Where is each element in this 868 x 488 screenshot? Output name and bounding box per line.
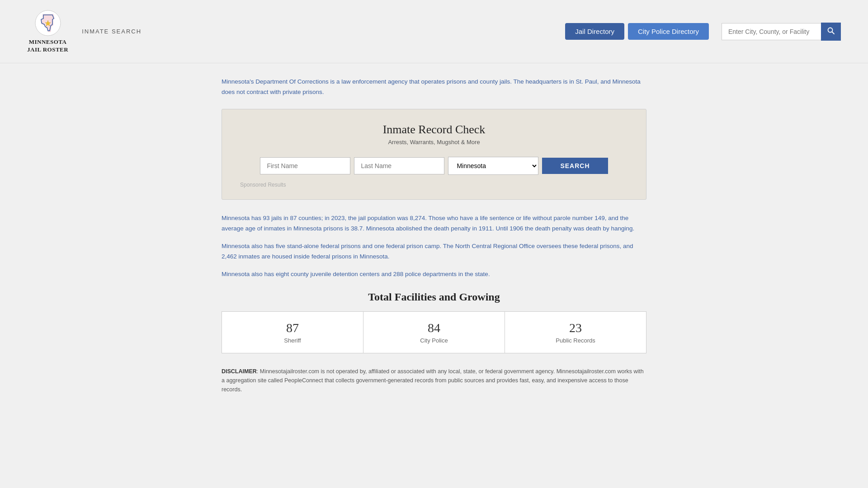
body-paragraph-3: Minnesota also has eight county juvenile…	[222, 269, 646, 280]
disclaimer-bold: DISCLAIMER	[222, 368, 257, 375]
inmate-record-check-box: Inmate Record Check Arrests, Warrants, M…	[222, 109, 646, 200]
sheriff-label: Sheriff	[226, 337, 359, 344]
disclaimer-text: DISCLAIMER: Minnesotajailroster.com is n…	[222, 367, 646, 394]
location-search-input[interactable]	[722, 23, 821, 40]
header-left: MINNESOTA JAIL ROSTER INMATE SEARCH	[27, 9, 142, 54]
disclaimer-body: : Minnesotajailroster.com is not operate…	[222, 368, 644, 393]
search-icon	[827, 27, 835, 34]
main-content: Minnesota's Department Of Corrections is…	[212, 63, 656, 408]
public-records-facility-cell: 23 Public Records	[505, 312, 646, 353]
intro-paragraph: Minnesota's Department Of Corrections is…	[222, 77, 646, 98]
state-select[interactable]: AlabamaAlaskaArizonaArkansasCaliforniaCo…	[448, 157, 538, 175]
header-nav: Jail Directory City Police Directory	[565, 23, 841, 41]
svg-line-5	[832, 32, 835, 34]
facilities-title: Total Facilities and Growing	[222, 291, 646, 303]
public-records-label: Public Records	[509, 337, 642, 344]
record-check-form: AlabamaAlaskaArizonaArkansasCaliforniaCo…	[240, 157, 628, 175]
first-name-input[interactable]	[260, 157, 350, 174]
body-paragraph-2: Minnesota also has five stand-alone fede…	[222, 241, 646, 262]
city-police-count: 84	[368, 321, 500, 335]
body-paragraph-1: Minnesota has 93 jails in 87 counties; i…	[222, 213, 646, 234]
record-search-button[interactable]: SEARCH	[542, 158, 608, 174]
location-search-button[interactable]	[821, 23, 841, 41]
record-check-subtitle: Arrests, Warrants, Mugshot & More	[240, 139, 628, 145]
city-police-label: City Police	[368, 337, 500, 344]
logo-area: MINNESOTA JAIL ROSTER	[27, 9, 68, 54]
last-name-input[interactable]	[354, 157, 444, 174]
site-title: MINNESOTA JAIL ROSTER	[27, 38, 68, 54]
site-header: MINNESOTA JAIL ROSTER INMATE SEARCH Jail…	[0, 0, 868, 63]
jail-directory-button[interactable]: Jail Directory	[565, 23, 624, 40]
sheriff-count: 87	[226, 321, 359, 335]
city-police-facility-cell: 84 City Police	[363, 312, 505, 353]
inmate-search-label: INMATE SEARCH	[82, 28, 142, 35]
header-search	[722, 23, 841, 41]
sponsored-results-label: Sponsored Results	[240, 182, 628, 188]
facilities-grid: 87 Sheriff 84 City Police 23 Public Reco…	[222, 311, 646, 353]
sheriff-facility-cell: 87 Sheriff	[222, 312, 363, 353]
mn-logo-icon	[34, 9, 61, 37]
public-records-count: 23	[509, 321, 642, 335]
city-police-directory-button[interactable]: City Police Directory	[628, 23, 709, 40]
record-check-title: Inmate Record Check	[240, 123, 628, 136]
